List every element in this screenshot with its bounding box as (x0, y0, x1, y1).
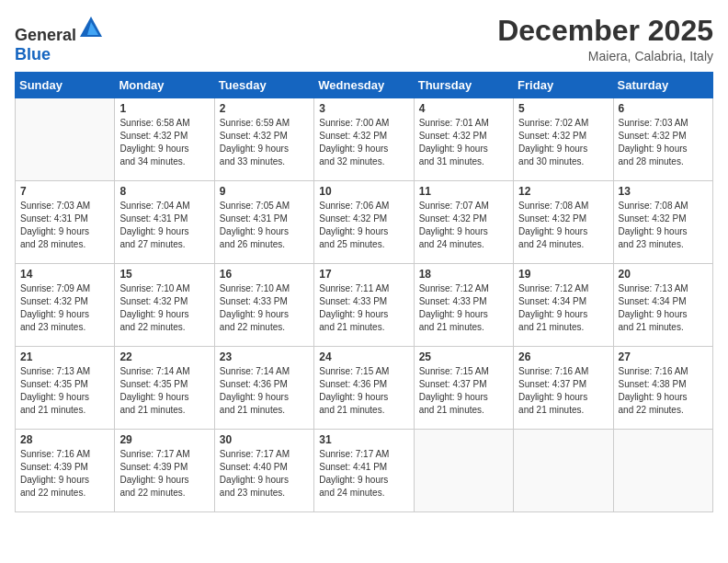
calendar-cell: 28Sunrise: 7:16 AMSunset: 4:39 PMDayligh… (16, 430, 115, 512)
day-number: 23 (220, 350, 309, 363)
day-number: 19 (518, 268, 608, 281)
day-number: 31 (319, 433, 408, 446)
day-info: Sunrise: 7:10 AMSunset: 4:32 PMDaylight:… (119, 282, 209, 334)
logo-text: General Blue (15, 15, 104, 64)
calendar-body: 1Sunrise: 6:58 AMSunset: 4:32 PMDaylight… (16, 98, 713, 512)
day-info: Sunrise: 6:59 AMSunset: 4:32 PMDaylight:… (220, 117, 309, 168)
day-info: Sunrise: 7:05 AMSunset: 4:31 PMDaylight:… (220, 200, 309, 251)
logo-icon (78, 15, 104, 40)
weekday-header-tuesday: Tuesday (214, 73, 313, 98)
calendar-cell: 7Sunrise: 7:03 AMSunset: 4:31 PMDaylight… (16, 181, 115, 264)
calendar-cell: 19Sunrise: 7:12 AMSunset: 4:34 PMDayligh… (514, 264, 613, 347)
calendar-cell: 13Sunrise: 7:08 AMSunset: 4:32 PMDayligh… (613, 181, 712, 264)
day-info: Sunrise: 7:11 AMSunset: 4:33 PMDaylight:… (319, 282, 408, 334)
day-info: Sunrise: 7:09 AMSunset: 4:32 PMDaylight:… (20, 282, 109, 334)
day-info: Sunrise: 7:16 AMSunset: 4:39 PMDaylight:… (20, 448, 109, 500)
day-info: Sunrise: 7:03 AMSunset: 4:31 PMDaylight:… (20, 200, 109, 251)
day-info: Sunrise: 7:12 AMSunset: 4:33 PMDaylight:… (419, 282, 508, 334)
calendar-cell: 29Sunrise: 7:17 AMSunset: 4:39 PMDayligh… (115, 430, 214, 512)
calendar-cell: 24Sunrise: 7:15 AMSunset: 4:36 PMDayligh… (314, 347, 414, 430)
calendar-cell: 20Sunrise: 7:13 AMSunset: 4:34 PMDayligh… (613, 264, 712, 347)
day-info: Sunrise: 7:17 AMSunset: 4:40 PMDaylight:… (220, 448, 309, 500)
calendar-week-1: 1Sunrise: 6:58 AMSunset: 4:32 PMDaylight… (16, 98, 713, 181)
calendar-week-2: 7Sunrise: 7:03 AMSunset: 4:31 PMDaylight… (16, 181, 713, 264)
calendar-cell: 31Sunrise: 7:17 AMSunset: 4:41 PMDayligh… (314, 430, 414, 512)
calendar-cell: 6Sunrise: 7:03 AMSunset: 4:32 PMDaylight… (613, 98, 712, 181)
day-info: Sunrise: 7:14 AMSunset: 4:35 PMDaylight:… (119, 365, 209, 417)
calendar-cell: 23Sunrise: 7:14 AMSunset: 4:36 PMDayligh… (214, 347, 313, 430)
day-number: 22 (119, 350, 209, 363)
day-info: Sunrise: 7:00 AMSunset: 4:32 PMDaylight:… (319, 117, 408, 168)
calendar-cell (514, 430, 613, 512)
calendar-cell (16, 98, 115, 181)
calendar-week-3: 14Sunrise: 7:09 AMSunset: 4:32 PMDayligh… (16, 264, 713, 347)
calendar-cell: 27Sunrise: 7:16 AMSunset: 4:38 PMDayligh… (613, 347, 712, 430)
day-number: 8 (119, 185, 209, 198)
day-info: Sunrise: 7:13 AMSunset: 4:34 PMDaylight:… (619, 282, 708, 334)
day-number: 6 (619, 102, 708, 115)
day-info: Sunrise: 7:16 AMSunset: 4:37 PMDaylight:… (518, 365, 608, 417)
calendar-cell: 3Sunrise: 7:00 AMSunset: 4:32 PMDaylight… (314, 98, 414, 181)
day-number: 3 (319, 102, 408, 115)
day-number: 24 (319, 350, 408, 363)
calendar-cell: 1Sunrise: 6:58 AMSunset: 4:32 PMDaylight… (115, 98, 214, 181)
day-info: Sunrise: 7:10 AMSunset: 4:33 PMDaylight:… (220, 282, 309, 334)
calendar-cell: 22Sunrise: 7:14 AMSunset: 4:35 PMDayligh… (115, 347, 214, 430)
title-block: December 2025 Maiera, Calabria, Italy (497, 15, 713, 63)
day-number: 29 (119, 433, 209, 446)
day-number: 20 (619, 268, 708, 281)
calendar-cell: 5Sunrise: 7:02 AMSunset: 4:32 PMDaylight… (514, 98, 613, 181)
location-title: Maiera, Calabria, Italy (497, 49, 713, 63)
calendar-cell (613, 430, 712, 512)
day-info: Sunrise: 7:03 AMSunset: 4:32 PMDaylight:… (619, 117, 708, 168)
day-number: 13 (619, 185, 708, 198)
day-info: Sunrise: 7:06 AMSunset: 4:32 PMDaylight:… (319, 200, 408, 251)
calendar-cell: 8Sunrise: 7:04 AMSunset: 4:31 PMDaylight… (115, 181, 214, 264)
calendar-cell: 12Sunrise: 7:08 AMSunset: 4:32 PMDayligh… (514, 181, 613, 264)
logo: General Blue (15, 15, 104, 64)
weekday-header-monday: Monday (115, 73, 214, 98)
weekday-header-sunday: Sunday (16, 73, 115, 98)
calendar-cell: 21Sunrise: 7:13 AMSunset: 4:35 PMDayligh… (16, 347, 115, 430)
weekday-header-wednesday: Wednesday (314, 73, 414, 98)
day-number: 14 (20, 268, 109, 281)
weekday-header-thursday: Thursday (414, 73, 513, 98)
calendar-cell: 9Sunrise: 7:05 AMSunset: 4:31 PMDaylight… (214, 181, 313, 264)
calendar-cell: 18Sunrise: 7:12 AMSunset: 4:33 PMDayligh… (414, 264, 513, 347)
day-info: Sunrise: 7:15 AMSunset: 4:36 PMDaylight:… (319, 365, 408, 417)
month-title: December 2025 (497, 15, 713, 47)
calendar-header-row: SundayMondayTuesdayWednesdayThursdayFrid… (16, 73, 713, 98)
day-info: Sunrise: 6:58 AMSunset: 4:32 PMDaylight:… (119, 117, 209, 168)
day-info: Sunrise: 7:02 AMSunset: 4:32 PMDaylight:… (518, 117, 608, 168)
logo-blue: Blue (15, 45, 51, 63)
day-number: 17 (319, 268, 408, 281)
calendar-cell: 30Sunrise: 7:17 AMSunset: 4:40 PMDayligh… (214, 430, 313, 512)
day-number: 5 (518, 102, 608, 115)
calendar-cell: 26Sunrise: 7:16 AMSunset: 4:37 PMDayligh… (514, 347, 613, 430)
day-number: 2 (220, 102, 309, 115)
calendar-cell: 4Sunrise: 7:01 AMSunset: 4:32 PMDaylight… (414, 98, 513, 181)
day-number: 15 (119, 268, 209, 281)
day-number: 26 (518, 350, 608, 363)
day-info: Sunrise: 7:08 AMSunset: 4:32 PMDaylight:… (619, 200, 708, 251)
day-number: 1 (119, 102, 209, 115)
day-info: Sunrise: 7:13 AMSunset: 4:35 PMDaylight:… (20, 365, 109, 417)
calendar-cell: 16Sunrise: 7:10 AMSunset: 4:33 PMDayligh… (214, 264, 313, 347)
day-number: 7 (20, 185, 109, 198)
day-info: Sunrise: 7:17 AMSunset: 4:39 PMDaylight:… (119, 448, 209, 500)
calendar-cell: 25Sunrise: 7:15 AMSunset: 4:37 PMDayligh… (414, 347, 513, 430)
calendar-week-4: 21Sunrise: 7:13 AMSunset: 4:35 PMDayligh… (16, 347, 713, 430)
day-info: Sunrise: 7:16 AMSunset: 4:38 PMDaylight:… (619, 365, 708, 417)
calendar-cell: 17Sunrise: 7:11 AMSunset: 4:33 PMDayligh… (314, 264, 414, 347)
weekday-header-saturday: Saturday (613, 73, 712, 98)
calendar-cell: 10Sunrise: 7:06 AMSunset: 4:32 PMDayligh… (314, 181, 414, 264)
day-number: 25 (419, 350, 508, 363)
calendar-cell: 11Sunrise: 7:07 AMSunset: 4:32 PMDayligh… (414, 181, 513, 264)
calendar-cell: 15Sunrise: 7:10 AMSunset: 4:32 PMDayligh… (115, 264, 214, 347)
day-number: 30 (220, 433, 309, 446)
day-number: 10 (319, 185, 408, 198)
day-number: 27 (619, 350, 708, 363)
day-info: Sunrise: 7:08 AMSunset: 4:32 PMDaylight:… (518, 200, 608, 251)
logo-general: General (15, 26, 76, 44)
day-info: Sunrise: 7:07 AMSunset: 4:32 PMDaylight:… (419, 200, 508, 251)
